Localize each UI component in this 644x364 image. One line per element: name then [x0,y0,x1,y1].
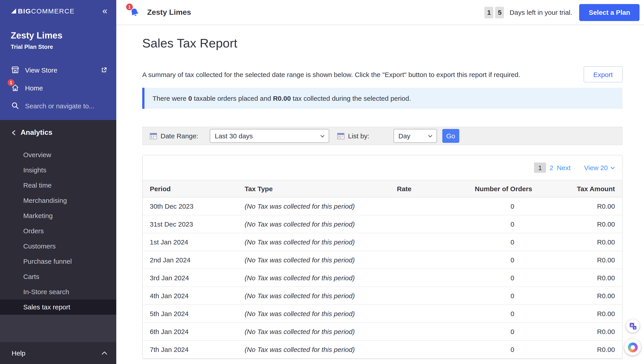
date-range-label: Date Range: [160,132,198,140]
column-header-rate: Rate [385,180,418,197]
sidebar-search[interactable]: Search or navigate to... [11,97,108,115]
tax-table-head-row: Period Tax Type Rate Number of Orders Ta… [143,180,622,197]
trial-digit: 5 [495,7,504,18]
sidebar-item-customers[interactable]: Customers [0,239,116,254]
help-label: Help [12,349,26,357]
period-cell: 2nd Jan 2024 [143,251,238,269]
search-icon [11,101,20,110]
tax-type-cell: (No Tax was collected for this period) [238,287,385,305]
orders-cell: 0 [418,197,539,215]
tax-type-cell: (No Tax was collected for this period) [238,251,385,269]
sidebar-item-merchandising[interactable]: Merchandising [0,193,116,208]
page-content: Sales Tax Report A summary of tax collec… [116,25,644,364]
export-button[interactable]: Export [584,66,622,82]
trial-text: Days left in your trial. [510,9,572,16]
sidebar-item-orders[interactable]: Orders [0,223,116,239]
analytics-section: Analytics OverviewInsightsReal timeMerch… [0,120,116,315]
analytics-nav: OverviewInsightsReal timeMerchandisingMa… [0,147,116,315]
current-page-indicator: 1 [534,162,546,173]
amount-cell: R0.00 [539,287,622,305]
sidebar-item-marketing[interactable]: Marketing [0,208,116,223]
collapse-sidebar-button[interactable]: « [102,6,108,15]
rate-cell [385,251,418,269]
list-by-select[interactable]: Day [394,129,437,143]
date-range-select[interactable]: Last 30 days [210,129,329,143]
orders-cell: 0 [418,251,539,269]
period-cell: 6th Jan 2024 [143,323,238,340]
period-cell: 3rd Jan 2024 [143,269,238,287]
chevron-down-icon [610,166,615,169]
tax-type-cell: (No Tax was collected for this period) [238,340,385,358]
view-count-dropdown[interactable]: View 20 [584,164,615,171]
bigcommerce-logo: BIGCOMMERCE [11,7,75,15]
select-plan-button[interactable]: Select a Plan [580,4,640,21]
page-2-link[interactable]: 2 [550,164,553,171]
top-header: 1 Zesty Limes 1 5 Days left in your tria… [116,0,644,25]
column-header-number-of-orders: Number of Orders [418,180,539,197]
sidebar-item-label: In-Store search [23,288,69,295]
external-link-icon [99,65,108,74]
period-cell: 5th Jan 2024 [143,305,238,323]
alert-orders-count: 0 [188,94,192,102]
rate-cell [385,287,418,305]
section-title: Analytics [20,128,52,136]
tax-type-cell: (No Tax was collected for this period) [238,305,385,323]
sidebar-item-purchase-funnel[interactable]: Purchase funnel [0,254,116,269]
page-description: A summary of tax collected for the selec… [142,71,520,78]
home-icon: 1 [11,83,20,92]
chevron-left-icon [12,130,16,135]
view-count-label: View 20 [584,164,608,171]
analytics-back-header[interactable]: Analytics [0,126,116,139]
calendar-icon [337,132,344,139]
info-alert: There were 0 taxable orders placed and R… [142,88,622,109]
sidebar-item-sales-tax-report[interactable]: Sales tax report [0,299,116,315]
sidebar-item-real-time[interactable]: Real time [0,178,116,193]
orders-cell: 0 [418,340,539,358]
calendar-icon [150,132,157,139]
column-header-tax-type: Tax Type [238,180,385,197]
sidebar-item-carts[interactable]: Carts [0,269,116,284]
translate-widget-button[interactable]: A a [626,319,640,333]
date-range-value: Last 30 days [215,132,253,140]
store-name: Zesty Limes [11,31,108,41]
pagination: 1 2 Next View 20 [143,155,622,180]
sidebar-item-label: Customers [23,242,56,250]
sidebar-item-label: Real time [23,181,52,189]
next-page-link[interactable]: Next [557,164,571,171]
help-toggle[interactable]: Help [0,342,116,364]
sidebar-item-overview[interactable]: Overview [0,147,116,162]
table-row: 6th Jan 2024 (No Tax was collected for t… [143,323,622,340]
go-button[interactable]: Go [442,129,459,143]
assistant-widget-button[interactable] [624,339,641,355]
translate-icon: A a [629,322,636,330]
orders-cell: 0 [418,215,539,233]
store-plan-label: Trial Plan Store [11,43,108,50]
home-link[interactable]: 1 Home [11,79,108,97]
view-store-label: View Store [25,66,58,74]
search-placeholder: Search or navigate to... [25,102,94,109]
report-table-card: 1 2 Next View 20 Period Tax Type Rate [142,155,622,359]
sidebar-item-in-store-search[interactable]: In-Store search [0,284,116,299]
notification-badge: 1 [126,3,133,10]
tax-report-table: Period Tax Type Rate Number of Orders Ta… [143,180,622,359]
view-store-link[interactable]: View Store [11,61,108,79]
amount-cell: R0.00 [539,323,622,340]
logo-text: BIGCOMMERCE [18,7,75,15]
sidebar: BIGCOMMERCE « Zesty Limes Trial Plan Sto… [0,0,116,364]
column-header-period: Period [143,180,238,197]
tax-table-body: 30th Dec 2023 (No Tax was collected for … [143,197,622,358]
header-store-title: Zesty Limes [147,8,191,17]
tax-type-cell: (No Tax was collected for this period) [238,233,385,251]
chevron-down-icon [320,134,325,137]
orders-cell: 0 [418,323,539,340]
notifications-button[interactable]: 1 [128,6,141,19]
period-cell: 1st Jan 2024 [143,233,238,251]
rate-cell [385,305,418,323]
sidebar-item-label: Insights [23,166,46,174]
svg-text:A: A [630,323,633,327]
alert-text: tax collected during the selected period… [291,94,411,102]
rate-cell [385,340,418,358]
amount-cell: R0.00 [539,197,622,215]
sidebar-item-insights[interactable]: Insights [0,162,116,178]
sidebar-top-section: BIGCOMMERCE « Zesty Limes Trial Plan Sto… [0,0,116,120]
